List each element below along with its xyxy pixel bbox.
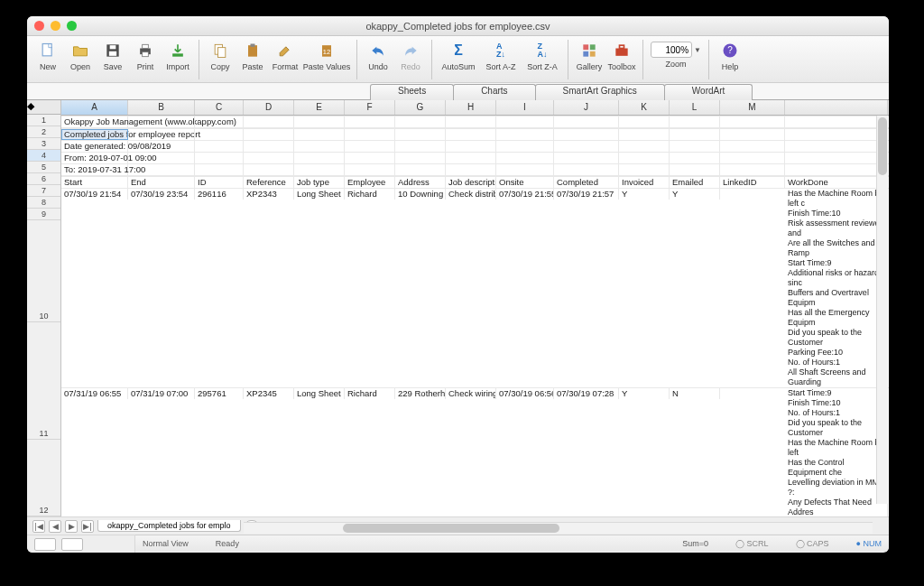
row-header[interactable]: 5 <box>27 162 60 173</box>
cell[interactable]: 07/30/19 07:28 <box>554 388 619 399</box>
zoom-control[interactable]: ▼ Zoom <box>649 38 703 81</box>
row-headers: ◆ 1 2 3 4 5 6 7 8 9 10 11 12 <box>27 100 61 516</box>
cell[interactable]: 07/30/19 06:56 <box>496 388 554 399</box>
save-button[interactable]: Save <box>97 38 128 81</box>
chevron-down-icon[interactable]: ▼ <box>694 46 701 54</box>
col-header[interactable]: I <box>496 100 554 115</box>
new-button[interactable]: New <box>32 38 63 81</box>
toolbox-button[interactable]: Toolbox <box>606 38 637 81</box>
svg-rect-3 <box>109 51 116 56</box>
cell[interactable]: Long Sheet <box>294 388 345 399</box>
row-header[interactable]: 10 <box>27 220 60 321</box>
tab-charts[interactable]: Charts <box>453 84 535 101</box>
cell[interactable]: Date generated: 09/08/2019 <box>61 141 128 152</box>
autosum-button[interactable]: ΣAutoSum <box>438 38 479 81</box>
row-header[interactable]: 9 <box>27 209 60 220</box>
grid[interactable]: Okappy Job Management (www.okappy.com) C… <box>61 116 889 516</box>
cell[interactable]: 07/31/19 06:55 <box>61 388 128 399</box>
prev-sheet-icon[interactable]: ◀ <box>49 520 61 533</box>
col-header[interactable] <box>785 100 888 115</box>
paste-values-button[interactable]: 12Paste Values <box>302 38 351 81</box>
import-button[interactable]: Import <box>162 38 193 81</box>
cell[interactable]: 07/30/19 21:55 <box>496 189 554 200</box>
last-sheet-icon[interactable]: ▶| <box>81 520 94 533</box>
cell[interactable]: Y <box>670 189 720 200</box>
cell[interactable]: Check distribu <box>446 189 496 200</box>
cell[interactable]: 07/31/19 07:00 <box>128 388 195 399</box>
cell[interactable]: 07/30/19 21:54 <box>61 189 128 200</box>
cell[interactable]: XP2343 <box>244 189 294 200</box>
row-header[interactable]: 8 <box>27 197 60 209</box>
cell[interactable]: N <box>670 388 720 399</box>
tab-smartart[interactable]: SmartArt Graphics <box>535 84 665 101</box>
undo-button[interactable]: Undo <box>363 38 393 81</box>
page-layout-button[interactable] <box>61 538 83 551</box>
col-header[interactable]: E <box>294 100 345 115</box>
col-header[interactable]: M <box>720 100 785 115</box>
cell[interactable]: 296116 <box>195 189 244 200</box>
tab-wordart[interactable]: WordArt <box>664 84 753 101</box>
spreadsheet: ◆ 1 2 3 4 5 6 7 8 9 10 11 12 A B C D E F… <box>27 100 889 516</box>
paste-button[interactable]: Paste <box>237 38 268 81</box>
zoom-input[interactable] <box>651 42 692 58</box>
cell[interactable]: Okappy Job Management (www.okappy.com) <box>61 116 128 127</box>
redo-button[interactable]: Redo <box>395 38 426 81</box>
col-header[interactable]: J <box>554 100 619 115</box>
cell[interactable]: Richard <box>345 388 395 399</box>
cell[interactable]: 07/30/19 21:57 <box>554 189 619 200</box>
help-button[interactable]: ?Help <box>715 38 745 81</box>
cell[interactable]: XP2345 <box>244 388 294 399</box>
print-button[interactable]: Print <box>130 38 161 81</box>
scroll-thumb[interactable] <box>343 524 559 533</box>
col-header[interactable]: L <box>670 100 720 115</box>
cell[interactable]: Long Sheet <box>294 189 345 200</box>
col-header[interactable]: D <box>244 100 294 115</box>
normal-view-button[interactable] <box>34 538 56 551</box>
select-all-corner[interactable]: ◆ <box>27 100 60 115</box>
cell[interactable]: Y <box>619 388 670 399</box>
col-header[interactable]: C <box>195 100 244 115</box>
cell[interactable]: Check wiring <box>446 388 496 399</box>
sheet-tab[interactable]: okappy_Completed jobs for emplo <box>97 520 241 532</box>
svg-rect-16 <box>583 51 588 57</box>
table-row: 07/31/19 06:5507/31/19 07:00295761XP2345… <box>61 388 889 516</box>
horizontal-scrollbar[interactable] <box>244 522 873 534</box>
selected-cell[interactable]: Completed jobs for employee report <box>61 129 128 140</box>
sort-az-button[interactable]: AZ↓Sort A-Z <box>481 38 521 81</box>
cell[interactable]: From: 2019-07-01 09:00 <box>61 153 128 163</box>
row-header[interactable]: 11 <box>27 322 60 441</box>
format-button[interactable]: Format <box>270 38 300 81</box>
vertical-scrollbar[interactable] <box>876 116 888 504</box>
copy-button[interactable]: Copy <box>205 38 236 81</box>
open-button[interactable]: Open <box>65 38 96 81</box>
row-header[interactable]: 1 <box>27 115 60 126</box>
first-sheet-icon[interactable]: |◀ <box>32 520 45 533</box>
next-sheet-icon[interactable]: ▶ <box>65 520 78 533</box>
row-header[interactable]: 12 <box>27 440 60 516</box>
sort-za-button[interactable]: ZA↓Sort Z-A <box>522 38 562 81</box>
cell-workdone[interactable]: Start Time:9Finish Time:10No. of Hours:1… <box>785 388 888 516</box>
col-header[interactable]: A <box>61 100 128 115</box>
cell[interactable]: To: 2019-07-31 17:00 <box>61 164 128 175</box>
cell[interactable]: 07/30/19 23:54 <box>128 189 195 200</box>
tab-sheets[interactable]: Sheets <box>370 84 454 101</box>
col-header[interactable]: F <box>345 100 395 115</box>
row-header[interactable]: 2 <box>27 126 60 138</box>
cell[interactable]: 295761 <box>195 388 244 399</box>
cell[interactable]: Richard <box>345 189 395 200</box>
row-header[interactable]: 6 <box>27 173 60 185</box>
scroll-thumb[interactable] <box>878 117 887 175</box>
row-header[interactable]: 7 <box>27 185 60 197</box>
cell[interactable]: Y <box>619 189 670 200</box>
column-headers: A B C D E F G H I J K L M <box>61 100 889 116</box>
cell[interactable]: 10 Downing S <box>395 189 446 200</box>
cell[interactable]: 229 Rotherhit <box>395 388 446 399</box>
col-header[interactable]: B <box>128 100 195 115</box>
col-header[interactable]: G <box>395 100 446 115</box>
gallery-button[interactable]: Gallery <box>574 38 605 81</box>
row-header[interactable]: 4 <box>27 150 60 162</box>
col-header[interactable]: H <box>446 100 496 115</box>
cell-workdone[interactable]: Has the Machine Room be left cFinish Tim… <box>785 189 888 387</box>
col-header[interactable]: K <box>619 100 670 115</box>
row-header[interactable]: 3 <box>27 138 60 150</box>
